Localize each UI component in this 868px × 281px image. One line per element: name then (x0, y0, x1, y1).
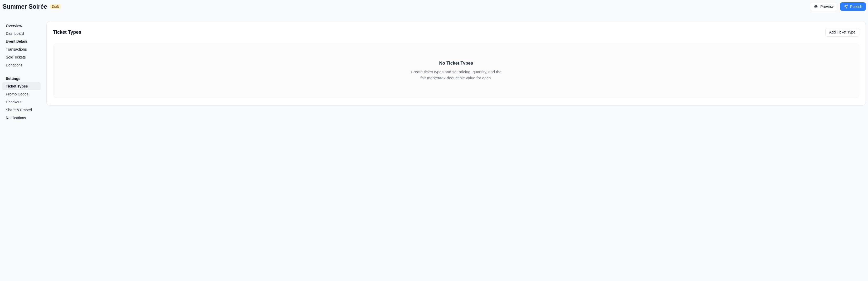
main-content: Ticket Types Add Ticket Type No Ticket T… (42, 13, 868, 106)
publish-button[interactable]: Publish (840, 2, 866, 11)
nav-section-overview: Overview Dashboard Event Details Transac… (2, 24, 41, 69)
empty-state: No Ticket Types Create ticket types and … (53, 43, 859, 98)
sidebar: Overview Dashboard Event Details Transac… (0, 13, 42, 129)
sidebar-item-ticket-types[interactable]: Ticket Types (2, 82, 41, 90)
sidebar-item-checkout[interactable]: Checkout (2, 98, 41, 106)
header-actions: Preview Publish (810, 2, 866, 11)
sidebar-item-transactions[interactable]: Transactions (2, 45, 41, 53)
send-icon (844, 4, 848, 9)
add-ticket-type-button[interactable]: Add Ticket Type (825, 28, 859, 37)
preview-label: Preview (820, 4, 833, 9)
sidebar-item-donations[interactable]: Donations (2, 61, 41, 69)
preview-button[interactable]: Preview (810, 2, 837, 11)
eye-icon (814, 4, 818, 9)
sidebar-item-promo-codes[interactable]: Promo Codes (2, 90, 41, 98)
sidebar-item-notifications[interactable]: Notifications (2, 114, 41, 122)
sidebar-item-share-embed[interactable]: Share & Embed (2, 106, 41, 114)
empty-state-description: Create ticket types and set pricing, qua… (409, 69, 504, 81)
nav-section-title-overview: Overview (2, 24, 41, 30)
nav-section-title-settings: Settings (2, 76, 41, 82)
sidebar-item-event-details[interactable]: Event Details (2, 37, 41, 45)
layout: Overview Dashboard Event Details Transac… (0, 13, 868, 134)
card-header: Ticket Types Add Ticket Type (53, 28, 859, 37)
page-title: Summer Soirée (3, 3, 47, 10)
svg-point-0 (815, 6, 816, 7)
publish-label: Publish (850, 4, 862, 9)
sidebar-item-sold-tickets[interactable]: Sold Tickets (2, 53, 41, 61)
card-title: Ticket Types (53, 30, 81, 35)
status-badge: Draft (50, 4, 61, 9)
ticket-types-card: Ticket Types Add Ticket Type No Ticket T… (46, 21, 866, 106)
empty-state-title: No Ticket Types (60, 61, 853, 66)
nav-section-settings: Settings Ticket Types Promo Codes Checko… (2, 76, 41, 122)
add-ticket-type-label: Add Ticket Type (829, 30, 855, 34)
header-left: Summer Soirée Draft (3, 3, 61, 10)
sidebar-item-dashboard[interactable]: Dashboard (2, 30, 41, 37)
page-header: Summer Soirée Draft Preview Publish (0, 0, 868, 13)
